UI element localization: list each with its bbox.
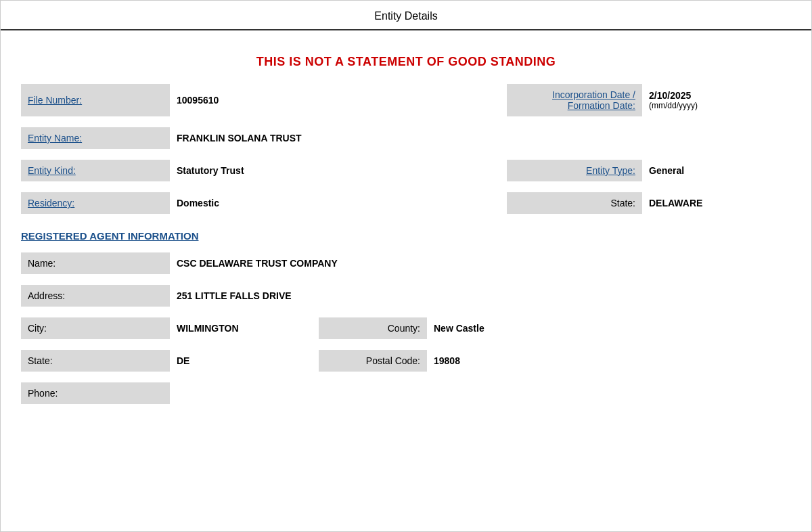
state-label-cell: State: [507,192,642,214]
entity-kind-row: Entity Kind: Statutory Trust Entity Type… [21,160,791,181]
incorporation-date-label-cell: Incorporation Date / Formation Date: [507,84,642,116]
agent-city-row: City: WILMINGTON County: New Castle [21,317,791,339]
residency-link[interactable]: Residency: [28,198,74,208]
entity-name-value-cell: FRANKLIN SOLANA TRUST [170,127,791,149]
agent-phone-value-cell [170,382,791,404]
warning-banner: THIS IS NOT A STATEMENT OF GOOD STANDING [21,55,791,69]
entity-name-row: Entity Name: FRANKLIN SOLANA TRUST [21,127,791,149]
entity-kind-value-cell: Statutory Trust [170,160,507,181]
incorporation-date-value-cell: 2/10/2025 (mm/dd/yyyy) [642,84,791,116]
entity-kind-link[interactable]: Entity Kind: [28,165,76,176]
agent-county-label-cell: County: [319,317,427,339]
file-number-value-cell: 10095610 [170,84,507,116]
residency-label-cell: Residency: [21,192,170,214]
agent-address-row: Address: 251 LITTLE FALLS DRIVE [21,285,791,307]
page-container: Entity Details THIS IS NOT A STATEMENT O… [0,0,812,532]
main-content: THIS IS NOT A STATEMENT OF GOOD STANDING… [1,30,811,424]
agent-state-value-cell: DE [170,350,319,372]
file-number-row: File Number: 10095610 Incorporation Date… [21,84,791,116]
agent-phone-row: Phone: [21,382,791,404]
entity-type-value-cell: General [642,160,791,181]
entity-type-label-cell: Entity Type: [507,160,642,181]
registered-agent-table: Name: CSC DELAWARE TRUST COMPANY Address… [21,252,791,404]
file-number-label-cell: File Number: [21,84,170,116]
entity-name-label-cell: Entity Name: [21,127,170,149]
agent-county-value-cell: New Castle [427,317,791,339]
entity-kind-label-cell: Entity Kind: [21,160,170,181]
incorporation-date-link[interactable]: Incorporation Date / Formation Date: [552,89,635,111]
agent-postal-label-cell: Postal Code: [319,350,427,372]
agent-postal-value-cell: 19808 [427,350,791,372]
entity-info-table: File Number: 10095610 Incorporation Date… [21,84,791,214]
residency-value-cell: Domestic [170,192,507,214]
page-title: Entity Details [1,1,811,30]
agent-name-value-cell: CSC DELAWARE TRUST COMPANY [170,252,791,274]
registered-agent-link[interactable]: REGISTERED AGENT INFORMATION [21,230,199,242]
entity-name-link[interactable]: Entity Name: [28,133,82,143]
agent-address-label-cell: Address: [21,285,170,307]
agent-state-row: State: DE Postal Code: 19808 [21,350,791,372]
header-title: Entity Details [374,10,437,22]
agent-name-label-cell: Name: [21,252,170,274]
agent-phone-label-cell: Phone: [21,382,170,404]
residency-row: Residency: Domestic State: DELAWARE [21,192,791,214]
file-number-link[interactable]: File Number: [28,95,82,106]
state-value-cell: DELAWARE [642,192,791,214]
registered-agent-header: REGISTERED AGENT INFORMATION [21,230,791,242]
agent-city-label-cell: City: [21,317,170,339]
agent-address-value-cell: 251 LITTLE FALLS DRIVE [170,285,791,307]
agent-city-value-cell: WILMINGTON [170,317,319,339]
agent-state-label-cell: State: [21,350,170,372]
entity-type-link[interactable]: Entity Type: [586,165,635,176]
agent-name-row: Name: CSC DELAWARE TRUST COMPANY [21,252,791,274]
